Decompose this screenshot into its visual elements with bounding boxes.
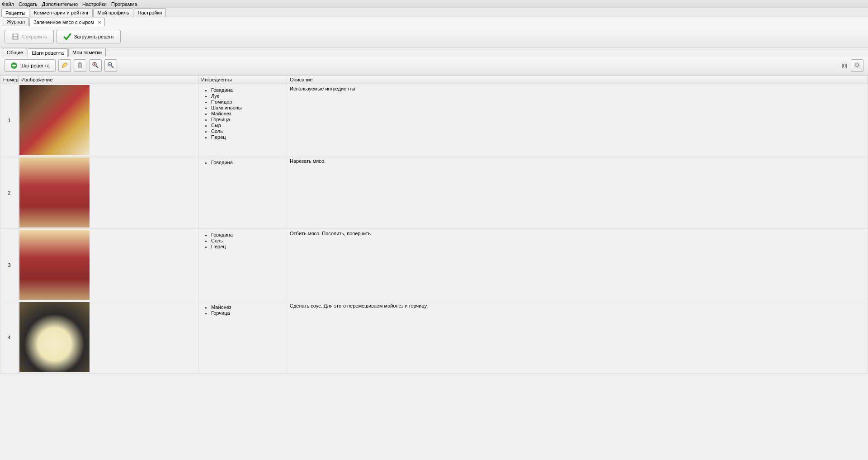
ingredient-item: Майонез	[211, 304, 282, 310]
gear-icon	[854, 62, 861, 70]
ingredient-item: Помидор	[211, 99, 282, 104]
col-header-ing[interactable]: Ингредиенты	[198, 76, 287, 84]
plus-icon	[10, 62, 18, 69]
ingredient-item: Соль	[211, 128, 282, 134]
svg-rect-5	[79, 62, 81, 63]
steps-table-scroll[interactable]: Номер Изображение Ингредиенты Описание 1…	[0, 75, 868, 460]
zoom-out-icon	[107, 62, 114, 70]
step-image-cell	[19, 229, 198, 301]
step-image[interactable]	[19, 302, 90, 372]
ingredient-item: Сыр	[211, 123, 282, 128]
subtab-recipe[interactable]: Запеченное мясо с сыром ×	[29, 18, 105, 26]
selection-counter: [0]	[842, 63, 847, 68]
step-number: 2	[0, 156, 19, 229]
save-button-label: Сохранить	[22, 34, 47, 39]
menu-extra[interactable]: Дополнительно	[42, 1, 78, 7]
trash-icon	[76, 62, 84, 70]
ingredient-item: Майонез	[211, 111, 282, 116]
step-image[interactable]	[19, 85, 90, 155]
step-number: 1	[0, 84, 19, 156]
steps-table: Номер Изображение Ингредиенты Описание 1…	[0, 75, 868, 374]
step-ingredients-cell: ГовядинаСольПерец	[198, 229, 287, 301]
step-description-cell: Нарезать мясо.	[287, 156, 868, 229]
add-step-button[interactable]: Шаг рецепта	[5, 59, 56, 72]
ingredient-item: Говядина	[211, 87, 282, 93]
tab-recipes[interactable]: Рецепты	[1, 9, 29, 17]
subtab-journal[interactable]: Журнал	[3, 17, 29, 26]
check-icon	[63, 33, 71, 41]
table-row[interactable]: 1ГовядинаЛукПомидорШампиньоныМайонезГорч…	[0, 84, 868, 156]
zoom-in-icon	[92, 62, 99, 70]
ingredient-item: Перец	[211, 134, 282, 140]
menu-create[interactable]: Создать	[19, 1, 38, 7]
svg-rect-1	[14, 34, 17, 36]
step-toolbar: Шаг рецепта [0]	[0, 57, 868, 75]
ingredient-item: Горчица	[211, 310, 282, 316]
col-header-desc[interactable]: Описание	[287, 76, 868, 84]
step-image-cell	[19, 301, 198, 374]
upload-recipe-label: Загрузить рецепт	[74, 34, 114, 39]
ingredient-item: Горчица	[211, 117, 282, 122]
menu-settings[interactable]: Настройки	[82, 1, 107, 7]
step-image[interactable]	[19, 157, 90, 228]
col-header-img[interactable]: Изображение	[19, 76, 198, 84]
step-image-cell	[19, 84, 198, 156]
ingredient-item: Говядина	[211, 232, 282, 237]
section-tab-general-label: Общие	[7, 50, 23, 55]
section-tab-steps-label: Шаги рецепта	[32, 50, 64, 56]
step-number: 4	[0, 301, 19, 374]
step-ingredients-cell: МайонезГорчица	[198, 301, 287, 374]
tab-recipes-label: Рецепты	[5, 10, 25, 16]
svg-line-18	[859, 63, 860, 64]
svg-point-10	[856, 64, 859, 66]
svg-line-9	[111, 66, 113, 68]
tab-settings2-label: Настройки	[138, 10, 162, 15]
delete-button[interactable]	[74, 59, 86, 72]
edit-button[interactable]	[58, 59, 71, 72]
upload-recipe-button[interactable]: Загрузить рецепт	[57, 30, 121, 43]
recipe-toolbar: Сохранить Загрузить рецепт	[0, 26, 868, 47]
save-icon	[11, 33, 19, 41]
step-number: 3	[0, 229, 19, 301]
svg-line-7	[96, 66, 98, 68]
svg-rect-4	[78, 63, 82, 64]
table-row[interactable]: 3ГовядинаСольПерецОтбить мясо. Посолить,…	[0, 229, 868, 301]
save-button[interactable]: Сохранить	[5, 30, 54, 43]
pencil-icon	[61, 62, 68, 70]
svg-line-17	[855, 67, 856, 68]
close-icon[interactable]: ×	[98, 19, 101, 25]
step-ingredients-cell: ГовядинаЛукПомидорШампиньоныМайонезГорчи…	[198, 84, 287, 156]
tab-profile-label: Мой профиль	[97, 10, 129, 15]
table-row[interactable]: 4МайонезГорчицаСделать соус. Для этого п…	[0, 301, 868, 374]
ingredient-item: Соль	[211, 238, 282, 243]
ingredient-item: Говядина	[211, 160, 282, 165]
menu-program[interactable]: Программа	[111, 1, 137, 7]
step-description-cell: Сделать соус. Для этого перемешиваем май…	[287, 301, 868, 374]
menu-file[interactable]: Файл	[2, 1, 14, 7]
section-tab-general[interactable]: Общие	[3, 48, 27, 57]
tab-profile[interactable]: Мой профиль	[93, 8, 133, 17]
zoom-out-button[interactable]	[104, 59, 117, 72]
steps-table-wrap: Номер Изображение Ингредиенты Описание 1…	[0, 75, 868, 460]
subtab-journal-label: Журнал	[7, 19, 25, 24]
step-description-cell: Отбить мясо. Посолить, поперчить.	[287, 229, 868, 301]
zoom-in-button[interactable]	[89, 59, 102, 72]
col-header-num[interactable]: Номер	[0, 76, 19, 84]
section-tab-steps[interactable]: Шаги рецепта	[28, 48, 68, 57]
step-ingredients-cell: Говядина	[198, 156, 287, 229]
subtab-recipe-label: Запеченное мясо с сыром	[33, 19, 94, 25]
ingredient-item: Шампиньоны	[211, 105, 282, 110]
step-image-cell	[19, 156, 198, 229]
sub-tabstrip: Журнал Запеченное мясо с сыром ×	[0, 17, 868, 26]
main-menubar: Файл Создать Дополнительно Настройки Про…	[0, 0, 868, 8]
tab-settings2[interactable]: Настройки	[134, 8, 166, 17]
step-image[interactable]	[19, 230, 90, 300]
settings-button[interactable]	[851, 59, 863, 72]
section-tab-notes[interactable]: Мои заметки	[68, 48, 106, 57]
svg-rect-2	[14, 37, 17, 39]
tab-comments[interactable]: Комментарии и рейтинг	[30, 8, 93, 17]
table-row[interactable]: 2ГовядинаНарезать мясо.	[0, 156, 868, 229]
step-description-cell: Используемые ингредиенты	[287, 84, 868, 156]
main-tabstrip: Рецепты Комментарии и рейтинг Мой профил…	[0, 8, 868, 17]
svg-line-16	[859, 67, 860, 68]
